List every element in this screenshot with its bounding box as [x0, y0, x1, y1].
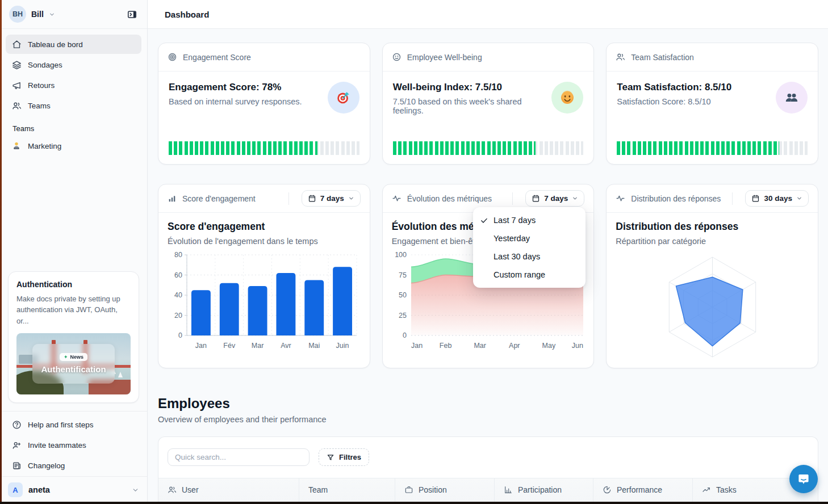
table-header-row: User Team Position Participation: [158, 478, 818, 502]
promo-image: ✦ News Authentification: [16, 333, 131, 394]
kpi-card-engagement: Engagement Score Engagement Score: 78% B…: [158, 43, 370, 165]
progress-bar: [393, 141, 584, 155]
svg-text:Mai: Mai: [308, 342, 320, 350]
menu-item-yesterday[interactable]: Yesterday: [473, 229, 586, 247]
sparkle-icon: ✦: [64, 354, 68, 360]
sidebar-item-label: Marketing: [28, 142, 61, 150]
card-header-label: Team Satisfaction: [631, 53, 694, 62]
kpi-value: Engagement Score: 78%: [169, 82, 302, 93]
sidebar-item-feedback[interactable]: Retours: [6, 75, 141, 95]
sidebar-item-marketing[interactable]: Marketing: [6, 136, 141, 156]
divider: [288, 192, 289, 205]
workspace-switcher[interactable]: A aneta: [0, 477, 147, 504]
svg-text:25: 25: [399, 312, 407, 320]
window-left-edge: [0, 0, 2, 504]
svg-text:0: 0: [403, 331, 407, 339]
svg-text:60: 60: [174, 271, 182, 279]
promo-card-authentication[interactable]: Authentication Make docs private by sett…: [8, 271, 139, 404]
svg-text:100: 100: [395, 251, 407, 259]
promo-title: Authentication: [16, 280, 131, 289]
svg-text:Juin: Juin: [336, 342, 349, 350]
person-laptop-emoji: [11, 141, 22, 150]
column-header-participation[interactable]: Participation: [494, 478, 593, 502]
calendar-icon: [532, 194, 540, 203]
date-range-button[interactable]: 30 days: [745, 190, 809, 207]
date-range-menu: Last 7 days Yesterday Last 30 days Custo…: [473, 207, 586, 288]
date-range-button[interactable]: 7 days: [525, 190, 584, 207]
people-emoji: [776, 82, 808, 114]
home-icon: [11, 40, 22, 49]
svg-text:Jan: Jan: [411, 342, 423, 350]
chart-title: Score d'engagement: [168, 221, 361, 233]
menu-item-last-7-days[interactable]: Last 7 days: [473, 211, 586, 229]
svg-text:Mar: Mar: [474, 342, 486, 350]
sidebar-nav: Tableau de bord Sondages Retours Teams T…: [0, 29, 147, 157]
chevron-down-icon: [49, 11, 55, 18]
employees-subtitle: Overview of employees and their performa…: [158, 415, 818, 424]
svg-text:20: 20: [174, 312, 182, 320]
user-plus-icon: [11, 440, 22, 450]
layers-icon: [11, 60, 22, 70]
sidebar-item-dashboard[interactable]: Tableau de bord: [6, 35, 141, 54]
sidebar-item-label: Changelog: [28, 461, 65, 470]
kpi-row: Engagement Score Engagement Score: 78% B…: [158, 43, 818, 165]
chart-card-response-distribution: Distribution des réponses 30 days Distri…: [606, 184, 818, 368]
users-icon: [168, 485, 177, 494]
briefcase-icon: [404, 485, 413, 494]
user-name[interactable]: Bill: [31, 10, 44, 19]
sidebar-item-label: Tableau de bord: [28, 40, 83, 49]
search-input[interactable]: [168, 448, 310, 466]
users-icon: [11, 101, 22, 111]
pie-chart-icon: [603, 485, 612, 494]
megaphone-icon: [11, 81, 22, 90]
employees-section: Employees Overview of employees and thei…: [158, 396, 818, 504]
avatar[interactable]: BH: [9, 6, 26, 23]
sidebar-footer-nav: Help and first steps Invite teammates Ch…: [0, 411, 147, 476]
promo-overlay: ✦ News Authentification: [32, 344, 115, 383]
sidebar-item-teams[interactable]: Teams: [6, 96, 141, 115]
kpi-card-wellbeing: Employee Well-being Well-being Index: 7.…: [382, 43, 595, 165]
card-header-label: Score d'engagement: [182, 194, 256, 203]
employees-card: Filtres User Team Position: [158, 436, 818, 504]
date-range-button[interactable]: 7 days: [302, 190, 361, 207]
changelog-icon: [11, 461, 22, 471]
help-circle-icon: [11, 420, 22, 430]
sidebar-item-invite[interactable]: Invite teammates: [6, 435, 141, 455]
chat-launcher-button[interactable]: [789, 465, 818, 493]
news-badge: ✦ News: [60, 353, 87, 361]
svg-text:Mar: Mar: [252, 342, 264, 350]
teams-section-label: Teams: [6, 116, 141, 136]
menu-item-last-30-days[interactable]: Last 30 days: [473, 247, 586, 266]
column-header-position[interactable]: Position: [395, 478, 494, 502]
sidebar-item-help[interactable]: Help and first steps: [6, 415, 141, 434]
kpi-subtitle: Based on internal survey responses.: [169, 97, 302, 106]
funnel-icon: [327, 453, 334, 461]
activity-icon: [392, 194, 402, 203]
calendar-icon: [308, 194, 316, 203]
svg-text:Jun: Jun: [572, 342, 583, 350]
chevron-down-icon: [796, 195, 802, 201]
sidebar: BH Bill Tableau de bord Sondages: [0, 0, 148, 504]
kpi-card-satisfaction: Team Satisfaction Team Satisfaction: 8.5…: [606, 43, 818, 165]
workspace-avatar: A: [8, 482, 23, 497]
sidebar-item-label: Help and first steps: [28, 421, 94, 429]
column-header-team[interactable]: Team: [299, 478, 395, 502]
column-header-performance[interactable]: Performance: [593, 478, 692, 502]
collapse-sidebar-button[interactable]: [123, 6, 140, 23]
sidebar-item-changelog[interactable]: Changelog: [6, 456, 141, 475]
chart-subtitle: Évolution de l'engagement dans le temps: [168, 237, 361, 246]
svg-text:Feb: Feb: [439, 342, 451, 350]
smile-icon: [392, 52, 402, 62]
menu-item-custom-range[interactable]: Custom range: [473, 266, 586, 284]
chart-card-engagement-score: Score d'engagement 7 days Score d'engage…: [158, 184, 370, 368]
filters-button[interactable]: Filtres: [319, 448, 369, 466]
sidebar-item-surveys[interactable]: Sondages: [6, 55, 141, 74]
kpi-value: Team Satisfaction: 8.5/10: [617, 82, 731, 93]
bar-chart-icon: [504, 485, 513, 494]
promo-caption: Authentification: [41, 364, 106, 374]
sidebar-item-label: Invite teammates: [28, 441, 86, 450]
column-header-user[interactable]: User: [158, 478, 299, 502]
svg-text:Apr: Apr: [509, 342, 520, 350]
employees-title: Employees: [158, 396, 818, 411]
svg-text:May: May: [542, 342, 555, 350]
